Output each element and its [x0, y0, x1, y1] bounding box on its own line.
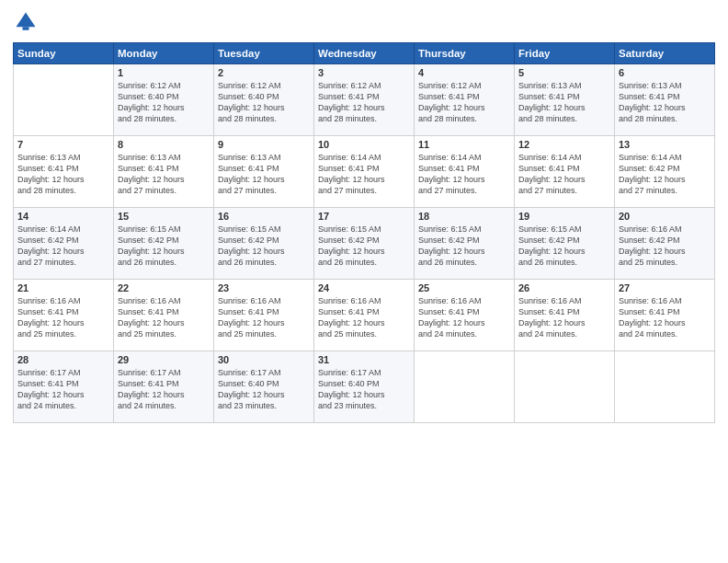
day-number: 11 — [418, 139, 510, 150]
day-cell: 18Sunrise: 6:15 AM Sunset: 6:42 PM Dayli… — [415, 208, 515, 280]
day-number: 6 — [619, 67, 711, 78]
day-cell: 12Sunrise: 6:14 AM Sunset: 6:41 PM Dayli… — [515, 136, 615, 208]
day-number: 7 — [17, 139, 109, 150]
day-number: 12 — [518, 139, 610, 150]
day-cell — [415, 351, 515, 423]
day-number: 31 — [318, 354, 410, 365]
day-cell: 20Sunrise: 6:16 AM Sunset: 6:42 PM Dayli… — [615, 208, 715, 280]
day-info: Sunrise: 6:14 AM Sunset: 6:42 PM Dayligh… — [619, 152, 711, 197]
day-cell: 28Sunrise: 6:17 AM Sunset: 6:41 PM Dayli… — [14, 351, 114, 423]
day-number: 20 — [619, 211, 711, 222]
day-cell — [14, 64, 114, 136]
day-cell: 11Sunrise: 6:14 AM Sunset: 6:41 PM Dayli… — [415, 136, 515, 208]
day-number: 3 — [318, 67, 410, 78]
day-number: 1 — [118, 67, 210, 78]
day-cell: 6Sunrise: 6:13 AM Sunset: 6:41 PM Daylig… — [615, 64, 715, 136]
day-number: 8 — [118, 139, 210, 150]
week-row-2: 7Sunrise: 6:13 AM Sunset: 6:41 PM Daylig… — [14, 136, 715, 208]
day-info: Sunrise: 6:15 AM Sunset: 6:42 PM Dayligh… — [418, 224, 510, 269]
day-cell: 15Sunrise: 6:15 AM Sunset: 6:42 PM Dayli… — [114, 208, 214, 280]
day-number: 23 — [218, 282, 310, 293]
day-number: 5 — [518, 67, 610, 78]
day-info: Sunrise: 6:16 AM Sunset: 6:41 PM Dayligh… — [218, 295, 310, 340]
day-info: Sunrise: 6:16 AM Sunset: 6:41 PM Dayligh… — [118, 295, 210, 340]
day-number: 25 — [418, 282, 510, 293]
col-header-thursday: Thursday — [415, 43, 515, 64]
day-cell: 14Sunrise: 6:14 AM Sunset: 6:42 PM Dayli… — [14, 208, 114, 280]
header — [13, 9, 715, 35]
calendar-table: SundayMondayTuesdayWednesdayThursdayFrid… — [13, 42, 715, 423]
week-row-4: 21Sunrise: 6:16 AM Sunset: 6:41 PM Dayli… — [14, 280, 715, 351]
day-number: 29 — [118, 354, 210, 365]
day-cell: 22Sunrise: 6:16 AM Sunset: 6:41 PM Dayli… — [114, 280, 214, 351]
day-info: Sunrise: 6:14 AM Sunset: 6:42 PM Dayligh… — [17, 224, 109, 269]
day-cell: 4Sunrise: 6:12 AM Sunset: 6:41 PM Daylig… — [415, 64, 515, 136]
day-cell: 3Sunrise: 6:12 AM Sunset: 6:41 PM Daylig… — [314, 64, 415, 136]
day-cell: 9Sunrise: 6:13 AM Sunset: 6:41 PM Daylig… — [214, 136, 314, 208]
day-cell: 16Sunrise: 6:15 AM Sunset: 6:42 PM Dayli… — [214, 208, 314, 280]
day-info: Sunrise: 6:13 AM Sunset: 6:41 PM Dayligh… — [518, 80, 610, 125]
day-info: Sunrise: 6:16 AM Sunset: 6:41 PM Dayligh… — [518, 295, 610, 340]
day-cell: 25Sunrise: 6:16 AM Sunset: 6:41 PM Dayli… — [415, 280, 515, 351]
day-cell: 30Sunrise: 6:17 AM Sunset: 6:40 PM Dayli… — [214, 351, 314, 423]
day-number: 18 — [418, 211, 510, 222]
week-row-1: 1Sunrise: 6:12 AM Sunset: 6:40 PM Daylig… — [14, 64, 715, 136]
day-info: Sunrise: 6:13 AM Sunset: 6:41 PM Dayligh… — [619, 80, 711, 125]
day-info: Sunrise: 6:15 AM Sunset: 6:42 PM Dayligh… — [518, 224, 610, 269]
day-cell — [615, 351, 715, 423]
day-number: 22 — [118, 282, 210, 293]
col-header-wednesday: Wednesday — [314, 43, 415, 64]
day-info: Sunrise: 6:16 AM Sunset: 6:41 PM Dayligh… — [17, 295, 109, 340]
day-info: Sunrise: 6:17 AM Sunset: 6:41 PM Dayligh… — [118, 367, 210, 412]
day-number: 15 — [118, 211, 210, 222]
day-cell: 2Sunrise: 6:12 AM Sunset: 6:40 PM Daylig… — [214, 64, 314, 136]
day-info: Sunrise: 6:16 AM Sunset: 6:41 PM Dayligh… — [418, 295, 510, 340]
day-cell: 7Sunrise: 6:13 AM Sunset: 6:41 PM Daylig… — [14, 136, 114, 208]
day-info: Sunrise: 6:16 AM Sunset: 6:42 PM Dayligh… — [619, 224, 711, 269]
week-row-3: 14Sunrise: 6:14 AM Sunset: 6:42 PM Dayli… — [14, 208, 715, 280]
col-header-tuesday: Tuesday — [214, 43, 314, 64]
day-number: 16 — [218, 211, 310, 222]
day-cell: 1Sunrise: 6:12 AM Sunset: 6:40 PM Daylig… — [114, 64, 214, 136]
day-info: Sunrise: 6:16 AM Sunset: 6:41 PM Dayligh… — [318, 295, 410, 340]
day-info: Sunrise: 6:14 AM Sunset: 6:41 PM Dayligh… — [518, 152, 610, 197]
day-info: Sunrise: 6:13 AM Sunset: 6:41 PM Dayligh… — [17, 152, 109, 197]
day-info: Sunrise: 6:15 AM Sunset: 6:42 PM Dayligh… — [318, 224, 410, 269]
day-info: Sunrise: 6:14 AM Sunset: 6:41 PM Dayligh… — [318, 152, 410, 197]
day-info: Sunrise: 6:12 AM Sunset: 6:41 PM Dayligh… — [418, 80, 510, 125]
day-number: 9 — [218, 139, 310, 150]
day-number: 28 — [17, 354, 109, 365]
header-row: SundayMondayTuesdayWednesdayThursdayFrid… — [14, 43, 715, 64]
day-info: Sunrise: 6:13 AM Sunset: 6:41 PM Dayligh… — [118, 152, 210, 197]
day-cell: 17Sunrise: 6:15 AM Sunset: 6:42 PM Dayli… — [314, 208, 415, 280]
day-info: Sunrise: 6:12 AM Sunset: 6:40 PM Dayligh… — [218, 80, 310, 125]
logo-icon — [13, 9, 39, 35]
day-cell: 24Sunrise: 6:16 AM Sunset: 6:41 PM Dayli… — [314, 280, 415, 351]
day-cell: 29Sunrise: 6:17 AM Sunset: 6:41 PM Dayli… — [114, 351, 214, 423]
day-cell: 23Sunrise: 6:16 AM Sunset: 6:41 PM Dayli… — [214, 280, 314, 351]
col-header-saturday: Saturday — [615, 43, 715, 64]
day-number: 4 — [418, 67, 510, 78]
day-info: Sunrise: 6:16 AM Sunset: 6:41 PM Dayligh… — [619, 295, 711, 340]
day-number: 19 — [518, 211, 610, 222]
day-info: Sunrise: 6:12 AM Sunset: 6:40 PM Dayligh… — [118, 80, 210, 125]
day-cell: 13Sunrise: 6:14 AM Sunset: 6:42 PM Dayli… — [615, 136, 715, 208]
day-number: 13 — [619, 139, 711, 150]
day-cell: 27Sunrise: 6:16 AM Sunset: 6:41 PM Dayli… — [615, 280, 715, 351]
day-info: Sunrise: 6:15 AM Sunset: 6:42 PM Dayligh… — [218, 224, 310, 269]
day-info: Sunrise: 6:17 AM Sunset: 6:40 PM Dayligh… — [218, 367, 310, 412]
day-info: Sunrise: 6:15 AM Sunset: 6:42 PM Dayligh… — [118, 224, 210, 269]
day-info: Sunrise: 6:12 AM Sunset: 6:41 PM Dayligh… — [318, 80, 410, 125]
day-info: Sunrise: 6:17 AM Sunset: 6:41 PM Dayligh… — [17, 367, 109, 412]
col-header-friday: Friday — [515, 43, 615, 64]
week-row-5: 28Sunrise: 6:17 AM Sunset: 6:41 PM Dayli… — [14, 351, 715, 423]
day-info: Sunrise: 6:14 AM Sunset: 6:41 PM Dayligh… — [418, 152, 510, 197]
day-info: Sunrise: 6:17 AM Sunset: 6:40 PM Dayligh… — [318, 367, 410, 412]
day-number: 30 — [218, 354, 310, 365]
day-number: 21 — [17, 282, 109, 293]
day-number: 14 — [17, 211, 109, 222]
page: SundayMondayTuesdayWednesdayThursdayFrid… — [0, 0, 728, 563]
day-info: Sunrise: 6:13 AM Sunset: 6:41 PM Dayligh… — [218, 152, 310, 197]
day-cell: 21Sunrise: 6:16 AM Sunset: 6:41 PM Dayli… — [14, 280, 114, 351]
day-number: 10 — [318, 139, 410, 150]
